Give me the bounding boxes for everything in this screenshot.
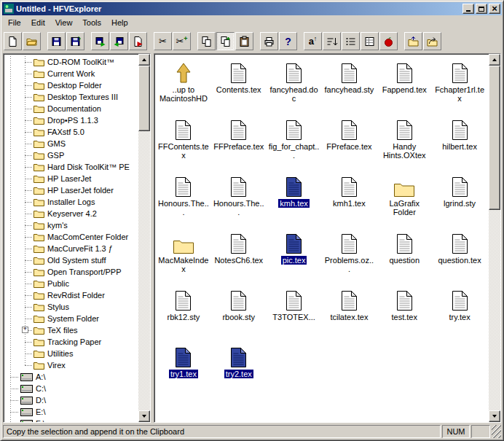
file-item[interactable]: fancyhead.doc — [267, 60, 322, 117]
file-item[interactable]: FFContents.tex — [156, 117, 211, 173]
files-scrollbar-thumb[interactable] — [489, 66, 500, 210]
tree-item[interactable]: Desktop Textures III — [4, 91, 138, 103]
toolbar-sort-button[interactable] — [323, 32, 341, 50]
tree-item[interactable]: Old System stuff — [4, 254, 138, 266]
tree-item[interactable]: Open Transport/PPP — [4, 266, 138, 278]
menu-item[interactable]: Tools — [77, 16, 106, 29]
toolbar-shortcut-button[interactable] — [423, 32, 441, 50]
tree-item[interactable]: MacCurveFit 1.3 ƒ — [4, 243, 138, 254]
file-item[interactable]: Fappend.tex — [377, 60, 432, 117]
toolbar-cut-append-button[interactable]: ✂ — [173, 32, 191, 50]
toolbar-font-button[interactable]: a — [304, 32, 322, 50]
file-item[interactable]: FFPreface.tex — [211, 117, 267, 173]
tree-item[interactable]: HP LaserJet — [4, 173, 138, 184]
tree-item[interactable]: FAXstf 5.0 — [4, 126, 138, 138]
tree-item[interactable]: Keyserver 4.2 — [4, 208, 138, 219]
file-item[interactable]: question.tex — [432, 230, 487, 287]
tree-item[interactable]: GMS — [4, 138, 138, 149]
toolbar-details-view-button[interactable] — [361, 32, 379, 50]
tree-item[interactable]: Hard Disk ToolKit™ PE — [4, 161, 138, 173]
file-item[interactable]: try2.tex — [211, 344, 267, 401]
file-item[interactable]: lgrind.sty — [432, 173, 487, 230]
file-item[interactable]: rbook.sty — [211, 287, 267, 344]
file-item[interactable]: tcilatex.tex — [322, 287, 377, 344]
toolbar-up-folder-button[interactable] — [404, 32, 422, 50]
file-item[interactable]: kmh1.tex — [322, 173, 377, 230]
tree-scrollbar-thumb[interactable] — [138, 66, 150, 131]
tree-drive-item[interactable]: E:\ — [4, 406, 138, 418]
file-item[interactable]: test.tex — [377, 287, 432, 344]
toolbar-paste-button[interactable] — [235, 32, 253, 50]
menu-item[interactable]: View — [50, 16, 78, 29]
tree-item[interactable]: Public — [4, 278, 138, 289]
titlebar[interactable]: Untitled - HFVExplorer — [2, 2, 502, 15]
scroll-up-button[interactable] — [138, 54, 150, 66]
file-item[interactable]: kmh.tex — [267, 173, 322, 230]
tree-scrollbar[interactable] — [138, 54, 150, 422]
toolbar-help-button[interactable]: ? — [279, 32, 297, 50]
maximize-button[interactable] — [476, 4, 487, 14]
toolbar-copy-button[interactable] — [197, 32, 216, 50]
scroll-down-button[interactable] — [489, 410, 500, 422]
file-item[interactable]: MacMakeIndex — [156, 230, 211, 287]
scroll-down-button[interactable] — [138, 410, 150, 422]
toolbar-get-file-button[interactable] — [91, 32, 109, 50]
tree-item[interactable]: RevRdist Folder — [4, 289, 138, 301]
toolbar-new-button[interactable] — [4, 32, 22, 50]
file-item[interactable]: Honours.The... — [156, 173, 211, 230]
file-item[interactable]: LaGrafix Folder — [377, 173, 432, 230]
toolbar-list-view-button[interactable] — [342, 32, 360, 50]
menu-item[interactable]: Help — [106, 16, 133, 29]
file-item[interactable]: NotesCh6.tex — [211, 230, 267, 287]
tree-item[interactable]: Desktop Folder — [4, 79, 138, 91]
file-item[interactable]: pic.tex — [267, 230, 322, 287]
tree-drive-item[interactable]: C:\ — [4, 383, 138, 394]
toolbar-open-button[interactable] — [23, 32, 41, 50]
tree-item[interactable]: Installer Logs — [4, 196, 138, 208]
toolbar-launch-button[interactable] — [129, 32, 147, 50]
tree-item[interactable]: Utilities — [4, 348, 138, 359]
file-item[interactable]: Contents.tex — [211, 60, 267, 117]
tree-item[interactable]: Stylus — [4, 301, 138, 313]
file-item[interactable]: Honours.The... — [211, 173, 267, 230]
file-item[interactable]: try1.tex — [156, 344, 211, 401]
file-item[interactable]: question — [377, 230, 432, 287]
toolbar-save-button[interactable] — [47, 32, 66, 50]
scroll-up-button[interactable] — [489, 54, 500, 66]
tree-item[interactable]: HP LaserJet folder — [4, 184, 138, 196]
file-item[interactable]: Fchapter1rl.tex — [432, 60, 487, 117]
tree-drive-item[interactable]: A:\ — [4, 371, 138, 383]
file-item[interactable]: ..up to MacintoshHD — [156, 60, 211, 117]
tree-item[interactable]: TeX files — [4, 324, 138, 336]
tree-drive-item[interactable]: F:\ — [4, 418, 138, 422]
file-item[interactable]: rbk12.sty — [156, 287, 211, 344]
file-item[interactable]: FPreface.tex — [322, 117, 377, 173]
file-item[interactable]: hilbert.tex — [432, 117, 487, 173]
file-item[interactable]: fancyhead.sty — [322, 60, 377, 117]
menu-item[interactable]: Edit — [26, 16, 50, 29]
resize-grip[interactable] — [492, 425, 501, 438]
toolbar-apple-button[interactable] — [379, 32, 398, 50]
tree-item[interactable]: MacComCenter Folder — [4, 231, 138, 243]
file-item[interactable]: Problems.oz... — [322, 230, 377, 287]
tree-item[interactable]: kym's — [4, 219, 138, 231]
tree-item[interactable]: CD-ROM ToolKit™ — [4, 56, 138, 68]
tree-item[interactable]: Documentation — [4, 103, 138, 114]
tree-item[interactable]: Drop•PS 1.1.3 — [4, 114, 138, 126]
files-scrollbar[interactable] — [489, 54, 500, 422]
file-item[interactable]: Handy Hints.OXtex — [377, 117, 432, 173]
toolbar-copy-append-button[interactable] — [216, 32, 235, 50]
tree-item[interactable]: Current Work — [4, 68, 138, 79]
tree-item[interactable]: GSP — [4, 149, 138, 161]
tree-item[interactable]: System Folder — [4, 313, 138, 324]
toolbar-print-button[interactable] — [260, 32, 278, 50]
expand-plus-icon[interactable] — [22, 327, 28, 333]
file-item[interactable]: T3TOTEX... — [267, 287, 322, 344]
file-item[interactable]: fig_for_chapt... — [267, 117, 322, 173]
tree-item[interactable]: Virex — [4, 359, 138, 371]
toolbar-save-all-button[interactable] — [66, 32, 84, 50]
tree-drive-item[interactable]: D:\ — [4, 394, 138, 406]
menu-item[interactable]: File — [3, 16, 26, 29]
file-item[interactable]: try.tex — [432, 287, 487, 344]
tree-item[interactable]: Tracking Paper — [4, 336, 138, 348]
